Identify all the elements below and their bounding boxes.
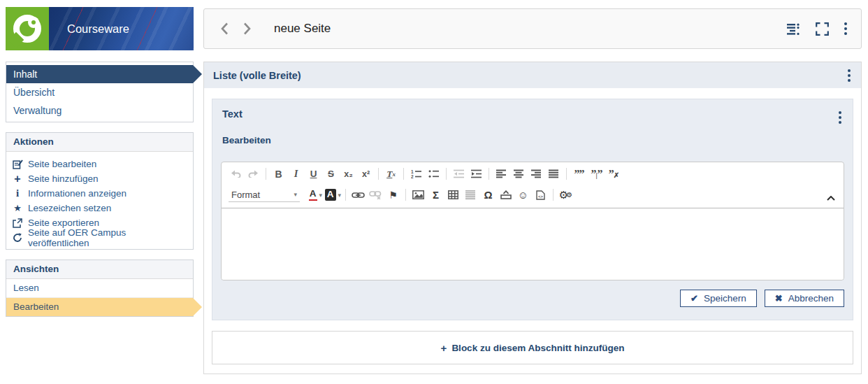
section-title: Liste (volle Breite) <box>213 70 301 81</box>
svg-text:<>: <> <box>538 194 544 198</box>
smiley-icon[interactable]: ☺ <box>514 187 532 203</box>
toolbar-separator <box>345 189 346 201</box>
strikethrough-icon[interactable]: S <box>322 166 340 182</box>
quote-remove-icon[interactable]: ”✗ <box>605 166 623 182</box>
undo-icon <box>227 166 245 182</box>
back-chevron-icon[interactable] <box>217 20 232 38</box>
header-kebab-menu-icon[interactable] <box>843 21 848 36</box>
actions-panel-title: Aktionen <box>6 133 193 152</box>
quote-inline-icon[interactable]: ”|” <box>588 166 605 182</box>
chevron-down-icon: ▾ <box>294 191 297 198</box>
format-dropdown[interactable]: Format▾ <box>229 188 300 202</box>
edit-page-icon <box>12 159 23 169</box>
sidebar-nav: Inhalt Übersicht Verwaltung <box>6 62 194 122</box>
numbered-list-icon[interactable]: 12 <box>407 166 425 182</box>
sidebar-item-inhalt[interactable]: Inhalt <box>6 65 193 83</box>
toolbar-separator <box>403 168 404 180</box>
align-justify-icon[interactable] <box>545 166 563 182</box>
toolbar-separator <box>566 168 567 180</box>
subscript-icon[interactable]: x₂ <box>340 166 357 182</box>
save-button[interactable]: ✔ Speichern <box>680 290 757 307</box>
views-panel-title: Ansichten <box>6 260 193 279</box>
action-publish-oer[interactable]: Seite auf OER Campus veröffentlichen <box>12 230 187 245</box>
page-header: neue Seite <box>203 8 862 49</box>
gears-icon[interactable]: ⚙⚙ <box>557 187 574 203</box>
text-color-icon[interactable]: A▾ <box>307 187 324 203</box>
logo-mark-icon <box>6 7 49 50</box>
sidebar: Courseware Inhalt Übersicht Verwaltung A… <box>6 7 194 317</box>
toolbar-separator <box>378 168 379 180</box>
cancel-button-label: Abbrechen <box>788 293 834 304</box>
action-add-page[interactable]: + Seite hinzufügen <box>12 171 187 186</box>
sidebar-item-uebersicht[interactable]: Übersicht <box>6 83 193 101</box>
align-right-icon[interactable] <box>528 166 545 182</box>
toolbar-separator <box>446 168 447 180</box>
collapse-toolbar-icon[interactable] <box>827 191 835 204</box>
format-dropdown-label: Format <box>231 190 291 200</box>
action-set-bookmark[interactable]: ★ Lesezeichen setzen <box>12 201 187 215</box>
section-header: Liste (volle Breite) <box>204 62 861 88</box>
section-kebab-menu-icon[interactable] <box>846 68 852 83</box>
view-item-lesen[interactable]: Lesen <box>6 279 193 298</box>
info-icon: i <box>12 188 23 199</box>
block-title: Text <box>222 108 243 120</box>
app-title: Courseware <box>67 22 129 36</box>
forward-chevron-icon[interactable] <box>239 20 254 38</box>
action-edit-page[interactable]: Seite bearbeiten <box>12 157 187 171</box>
x-icon: ✖ <box>775 293 783 304</box>
indent-icon[interactable] <box>468 166 485 182</box>
bulleted-list-icon[interactable] <box>425 166 442 182</box>
star-icon: ★ <box>12 204 23 213</box>
view-item-bearbeiten[interactable]: Bearbeiten <box>6 298 193 316</box>
toolbar-separator <box>489 168 489 180</box>
actions-list: Seite bearbeiten + Seite hinzufügen i In… <box>6 152 193 249</box>
fullscreen-icon[interactable] <box>816 22 829 36</box>
link-icon[interactable] <box>349 187 367 203</box>
bold-icon[interactable]: B <box>270 166 287 182</box>
page-title: neue Seite <box>274 22 331 36</box>
bg-color-icon[interactable]: A▾ <box>324 187 342 203</box>
plus-icon: + <box>12 173 23 185</box>
image-icon[interactable] <box>410 187 427 203</box>
courseware-page: Courseware Inhalt Übersicht Verwaltung A… <box>0 0 868 384</box>
align-left-icon[interactable] <box>493 166 510 182</box>
toolbar-separator <box>553 189 554 201</box>
source-doc-icon[interactable]: <> <box>532 187 549 203</box>
outline-icon[interactable] <box>786 23 802 35</box>
action-label: Seite hinzufügen <box>28 173 99 184</box>
svg-text:2: 2 <box>411 174 414 178</box>
tab-bearbeiten[interactable]: Bearbeiten <box>212 125 281 145</box>
action-label: Lesezeichen setzen <box>28 203 111 213</box>
toolbar-separator <box>405 189 406 201</box>
remove-format-icon[interactable]: Tx <box>382 166 400 182</box>
hr-lines-icon[interactable] <box>462 187 479 203</box>
toolbar-separator <box>266 168 266 180</box>
align-center-icon[interactable] <box>510 166 528 182</box>
italic-icon[interactable]: I <box>287 166 305 182</box>
editor-content[interactable] <box>222 208 844 280</box>
table-icon[interactable] <box>444 187 462 203</box>
action-label: Informationen anzeigen <box>28 188 126 199</box>
publish-icon <box>12 233 23 243</box>
export-icon <box>12 218 23 228</box>
add-block-button[interactable]: + Block zu diesem Abschnitt hinzufügen <box>212 331 853 364</box>
special-char-omega-icon[interactable]: Ω <box>479 187 497 203</box>
text-block: Text Bearbeiten BIUSx₂x²Tx12”””|””✗ Form… <box>212 99 853 320</box>
plus-icon: + <box>441 343 447 353</box>
underline-icon[interactable]: U <box>305 166 322 182</box>
header-actions <box>786 21 848 36</box>
svg-text:1: 1 <box>411 169 414 174</box>
math-sigma-icon[interactable]: Σ <box>427 187 444 203</box>
action-label: Seite bearbeiten <box>28 159 96 169</box>
sidebar-item-verwaltung[interactable]: Verwaltung <box>6 101 193 120</box>
action-show-info[interactable]: i Informationen anzeigen <box>12 186 187 201</box>
placeholder-box-icon[interactable] <box>497 187 514 203</box>
anchor-flag-icon[interactable]: ⚑ <box>384 187 402 203</box>
cancel-button[interactable]: ✖ Abbrechen <box>765 290 844 307</box>
rich-text-editor: BIUSx₂x²Tx12”””|””✗ Format▾A▾A▾⚑ΣΩ☺<>⚙⚙ <box>221 162 844 280</box>
editor-buttons: ✔ Speichern ✖ Abbrechen <box>221 290 844 307</box>
block-kebab-menu-icon[interactable] <box>837 110 843 125</box>
blockquote-icon[interactable]: ”” <box>570 166 588 182</box>
superscript-icon[interactable]: x² <box>357 166 375 182</box>
redo-icon <box>245 166 262 182</box>
